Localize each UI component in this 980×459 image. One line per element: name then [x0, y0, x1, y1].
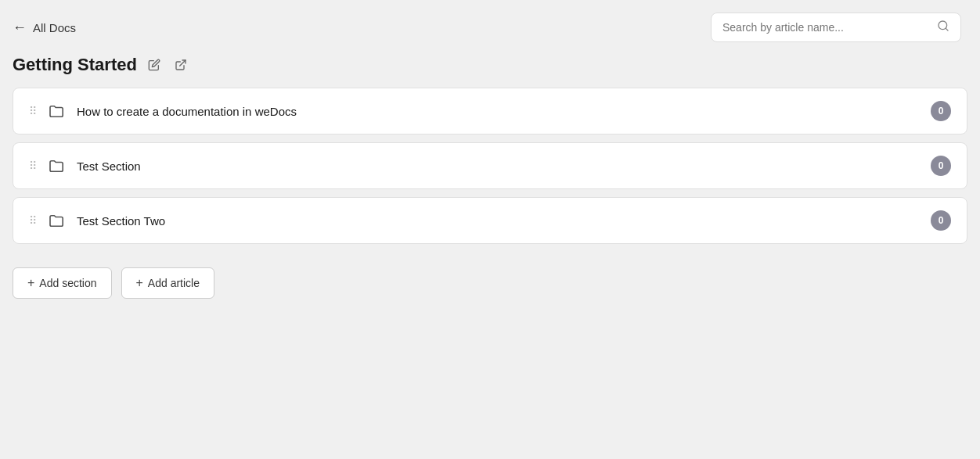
section-count-badge: 0: [931, 156, 951, 176]
back-label: All Docs: [33, 21, 76, 34]
back-arrow-icon: ←: [13, 20, 27, 34]
plus-icon: +: [27, 276, 34, 290]
table-row[interactable]: ⠿ How to create a documentation in weDoc…: [13, 88, 967, 134]
folder-icon: [49, 159, 66, 173]
add-article-label: Add article: [148, 277, 200, 289]
plus-icon: +: [136, 276, 143, 290]
section-count-badge: 0: [931, 210, 951, 231]
add-section-button[interactable]: + Add section: [13, 267, 112, 299]
svg-line-2: [180, 60, 186, 66]
search-input[interactable]: [722, 21, 931, 34]
header: ← All Docs: [0, 0, 980, 52]
section-name: Test Section: [77, 160, 920, 173]
add-section-label: Add section: [39, 277, 96, 289]
search-icon: [937, 20, 949, 35]
section-count-badge: 0: [931, 101, 951, 121]
section-name: How to create a documentation in weDocs: [77, 105, 920, 118]
page-title: Getting Started: [13, 55, 137, 75]
sections-list: ⠿ How to create a documentation in weDoc…: [0, 88, 980, 244]
page-title-row: Getting Started: [0, 52, 980, 88]
edit-title-button[interactable]: [145, 56, 164, 74]
back-nav[interactable]: ← All Docs: [13, 20, 76, 34]
folder-icon: [49, 213, 66, 228]
edit-icon: [148, 59, 160, 71]
external-link-button[interactable]: [171, 56, 190, 74]
external-link-icon: [175, 59, 187, 71]
search-box: [711, 13, 961, 42]
add-article-button[interactable]: + Add article: [121, 267, 215, 299]
drag-handle-icon: ⠿: [29, 214, 38, 227]
svg-line-1: [946, 28, 948, 30]
drag-handle-icon: ⠿: [29, 160, 38, 172]
table-row[interactable]: ⠿ Test Section 0: [13, 142, 967, 189]
actions-row: + Add section + Add article: [0, 252, 980, 314]
table-row[interactable]: ⠿ Test Section Two 0: [13, 197, 967, 244]
section-name: Test Section Two: [77, 214, 920, 228]
folder-icon: [49, 104, 66, 118]
drag-handle-icon: ⠿: [29, 105, 38, 117]
